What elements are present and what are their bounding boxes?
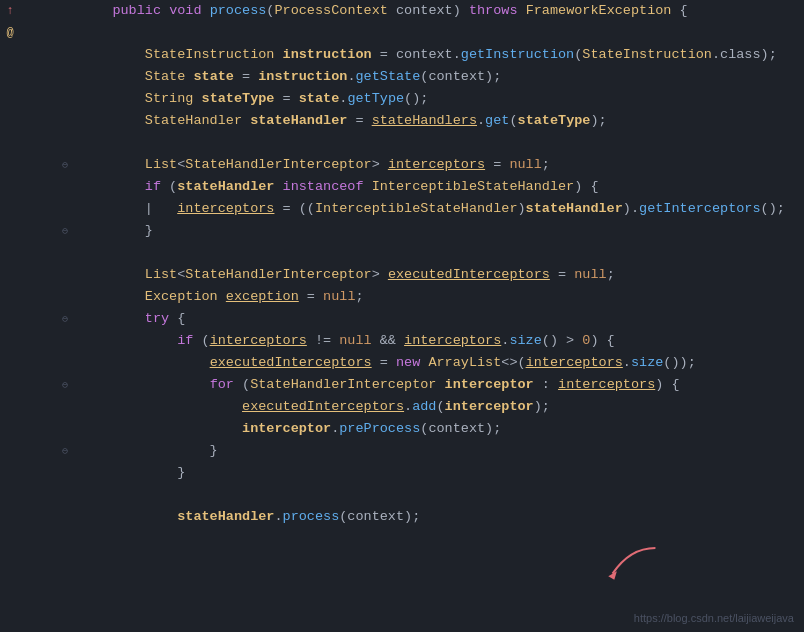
- gutter-row-3: [20, 44, 70, 66]
- code-area: public void process(ProcessContext conte…: [70, 0, 804, 632]
- gutter-row-22: [20, 462, 70, 484]
- code-line-22: }: [80, 462, 794, 484]
- gutter-row-14: [20, 286, 70, 308]
- gutter-row-20: [20, 418, 70, 440]
- fold-marker-4[interactable]: ⊖: [20, 374, 70, 396]
- watermark: https://blog.csdn.net/laijiaweijava: [634, 612, 794, 624]
- code-line-23: [80, 484, 794, 506]
- gutter-row-17: [20, 352, 70, 374]
- code-line-12: [80, 242, 794, 264]
- code-line-7: [80, 132, 794, 154]
- arrow-up-icon: ↑: [0, 0, 20, 22]
- code-line-13: List<StateHandlerInterceptor> executedIn…: [80, 264, 794, 286]
- code-line-17: executedInterceptors = new ArrayList<>(i…: [80, 352, 794, 374]
- gutter-row-7: [20, 132, 70, 154]
- gutter: ⊖ ⊖ ⊖ ⊖ ⊖: [20, 0, 70, 632]
- code-line-4: State state = instruction.getState(conte…: [80, 66, 794, 88]
- code-line-2: [80, 22, 794, 44]
- gutter-row-23: [20, 484, 70, 506]
- code-line-1: public void process(ProcessContext conte…: [80, 0, 794, 22]
- code-line-20: interceptor.preProcess(context);: [80, 418, 794, 440]
- code-line-8: List<StateHandlerInterceptor> intercepto…: [80, 154, 794, 176]
- at-icon: @: [0, 22, 20, 44]
- code-line-5: String stateType = state.getType();: [80, 88, 794, 110]
- code-line-18: for (StateHandlerInterceptor interceptor…: [80, 374, 794, 396]
- gutter-row-1: [20, 0, 70, 22]
- gutter-row-19: [20, 396, 70, 418]
- fold-marker-2[interactable]: ⊖: [20, 220, 70, 242]
- code-line-6: StateHandler stateHandler = stateHandler…: [80, 110, 794, 132]
- left-icons-col: ↑ @: [0, 0, 20, 632]
- gutter-row-10: [20, 198, 70, 220]
- gutter-row-2: [20, 22, 70, 44]
- fold-marker-1[interactable]: ⊖: [20, 154, 70, 176]
- arrow-annotation: [604, 543, 664, 587]
- code-line-9: if (stateHandler instanceof Interceptibl…: [80, 176, 794, 198]
- gutter-row-13: [20, 264, 70, 286]
- fold-marker-5[interactable]: ⊖: [20, 440, 70, 462]
- code-line-14: Exception exception = null;: [80, 286, 794, 308]
- code-line-16: if (interceptors != null && interceptors…: [80, 330, 794, 352]
- code-line-19: executedInterceptors.add(interceptor);: [80, 396, 794, 418]
- fold-marker-3[interactable]: ⊖: [20, 308, 70, 330]
- code-line-10: | interceptors = ((InterceptibleStateHan…: [80, 198, 794, 220]
- gutter-row-5: [20, 88, 70, 110]
- code-line-15: try {: [80, 308, 794, 330]
- gutter-row-12: [20, 242, 70, 264]
- code-line-3: StateInstruction instruction = context.g…: [80, 44, 794, 66]
- editor-container: ↑ @ ⊖ ⊖ ⊖ ⊖ ⊖: [0, 0, 804, 632]
- code-line-24: stateHandler.process(context);: [80, 506, 794, 528]
- gutter-row-6: [20, 110, 70, 132]
- code-line-21: }: [80, 440, 794, 462]
- gutter-row-4: [20, 66, 70, 88]
- gutter-row-16: [20, 330, 70, 352]
- gutter-row-24: [20, 506, 70, 528]
- gutter-row-9: [20, 176, 70, 198]
- code-line-11: }: [80, 220, 794, 242]
